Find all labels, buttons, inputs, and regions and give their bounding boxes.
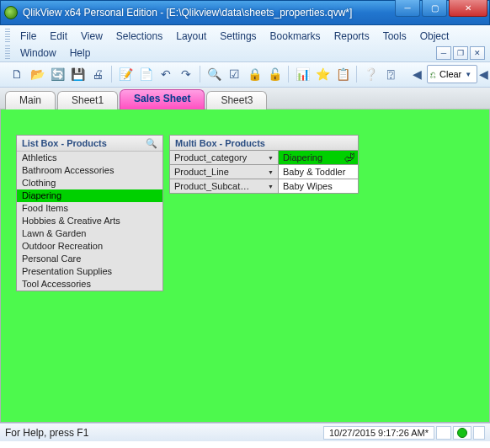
window-controls: ─ ▢ ✕ — [393, 0, 487, 17]
window-titlebar: QlikView x64 Personal Edition - [E:\Qlik… — [0, 0, 490, 25]
status-resize-grip[interactable] — [473, 426, 485, 440]
chevron-down-icon: ▼ — [268, 155, 274, 161]
toolbar-separator — [111, 66, 112, 83]
sheet-tabstrip: Main Sheet1 Sales Sheet Sheet3 — [0, 88, 490, 109]
multibox-field-label[interactable]: Product_Line ▼ — [169, 165, 279, 179]
status-datetime: 10/27/2015 9:17:26 AM* — [323, 426, 434, 440]
list-item[interactable]: Outdoor Recreation — [17, 240, 162, 253]
multibox-value[interactable]: Baby Wipes — [279, 179, 359, 194]
list-item[interactable]: Clothing — [17, 177, 162, 189]
selections-icon[interactable]: ☑ — [225, 65, 243, 83]
toolbar: 🗋 📂 🔄 💾 🖨 📝 📄 ↶ ↷ 🔍 ☑ 🔒 🔓 📊 ⭐ 📋 ❔ ⍰ ◀ ⎌ … — [0, 62, 490, 88]
save-icon[interactable]: 💾 — [68, 65, 87, 83]
sheet-canvas[interactable]: List Box - Products 🔍 Athletics Bathroom… — [0, 109, 490, 423]
list-item[interactable]: Bathroom Accessories — [17, 164, 162, 177]
qlikview-app-icon — [4, 6, 18, 19]
list-item[interactable]: Lawn & Garden — [17, 227, 162, 240]
mdi-minimize-button[interactable]: ─ — [436, 46, 451, 60]
toolbar-separator — [356, 66, 357, 83]
status-bar: For Help, press F1 10/27/2015 9:17:26 AM… — [0, 423, 490, 441]
multibox-row: Product_Line ▼ Baby & Toddler — [169, 165, 359, 179]
chart-wizard-icon[interactable]: 📊 — [293, 65, 312, 83]
multibox-row: Product_Subcat… ▼ Baby Wipes — [169, 179, 359, 194]
clear-icon: ⎌ — [430, 69, 436, 79]
clear-label: Clear — [439, 69, 461, 79]
refresh-icon[interactable]: 🔄 — [48, 65, 67, 83]
chevron-down-icon: ▼ — [268, 169, 274, 175]
menu-file[interactable]: File — [13, 28, 43, 45]
tab-main[interactable]: Main — [5, 91, 56, 109]
status-help-text: For Help, press F1 — [5, 427, 88, 439]
new-file-icon[interactable]: 🗋 — [8, 65, 26, 83]
maximize-button[interactable]: ▢ — [422, 0, 447, 17]
menu-grip-icon — [5, 45, 10, 61]
tab-sheet3[interactable]: Sheet3 — [206, 91, 267, 109]
list-item[interactable]: Athletics — [17, 152, 162, 164]
list-item[interactable]: Presentation Supplies — [17, 265, 162, 278]
menu-view[interactable]: View — [74, 28, 109, 45]
multibox-products[interactable]: Multi Box - Products Product_category ▼ … — [169, 135, 359, 194]
search-icon[interactable]: 🔍 — [205, 65, 223, 83]
menu-grip-icon — [5, 29, 10, 44]
tab-sales-sheet[interactable]: Sales Sheet — [120, 89, 205, 109]
back2-nav-icon[interactable]: ◀ — [478, 65, 489, 83]
listbox-products[interactable]: List Box - Products 🔍 Athletics Bathroom… — [16, 135, 163, 291]
close-button[interactable]: ✕ — [449, 0, 487, 17]
bookmark-icon[interactable]: ⭐ — [313, 65, 332, 83]
menu-reports[interactable]: Reports — [328, 28, 376, 45]
menu-tools[interactable]: Tools — [376, 28, 413, 45]
list-item[interactable]: Hobbies & Creative Arts — [17, 215, 162, 227]
whatsthis-icon[interactable]: ⍰ — [381, 65, 400, 83]
list-item[interactable]: Tool Accessories — [17, 278, 162, 291]
mdi-controls: ─ ❐ ✕ — [434, 46, 485, 60]
status-dot-icon — [457, 428, 467, 438]
notes-icon[interactable]: 📋 — [333, 65, 352, 83]
reload-icon[interactable]: 📄 — [136, 65, 155, 83]
cursor-icon: ⮰ — [344, 152, 354, 164]
multibox-value[interactable]: Diapering ⮰ — [279, 151, 359, 165]
menu-bar: File Edit View Selections Layout Setting… — [0, 25, 490, 62]
menu-object[interactable]: Object — [413, 28, 456, 45]
multibox-field-label[interactable]: Product_category ▼ — [169, 151, 279, 165]
back-nav-icon[interactable]: ◀ — [412, 65, 423, 83]
lock-icon[interactable]: 🔒 — [245, 65, 264, 83]
menu-bookmarks[interactable]: Bookmarks — [264, 28, 328, 45]
multibox-field-label[interactable]: Product_Subcat… ▼ — [169, 179, 279, 194]
toolbar-separator — [288, 66, 289, 83]
status-empty-well — [436, 426, 451, 440]
list-item[interactable]: Diapering — [17, 189, 162, 202]
tab-sheet1[interactable]: Sheet1 — [57, 91, 118, 109]
minimize-button[interactable]: ─ — [395, 0, 420, 17]
toolbar-separator — [200, 66, 200, 83]
menu-edit[interactable]: Edit — [43, 28, 74, 45]
undo-icon[interactable]: ↶ — [157, 65, 175, 83]
status-indicator — [453, 426, 471, 440]
menu-settings[interactable]: Settings — [213, 28, 263, 45]
list-item[interactable]: Personal Care — [17, 253, 162, 265]
unlock-icon[interactable]: 🔓 — [265, 65, 284, 83]
edit-script-icon[interactable]: 📝 — [116, 65, 135, 83]
list-item[interactable]: Food Items — [17, 202, 162, 215]
menu-window[interactable]: Window — [13, 45, 63, 61]
redo-icon[interactable]: ↷ — [177, 65, 195, 83]
search-icon[interactable]: 🔍 — [146, 138, 157, 149]
mdi-restore-button[interactable]: ❐ — [453, 46, 468, 60]
menu-help[interactable]: Help — [63, 45, 98, 61]
multibox-row: Product_category ▼ Diapering ⮰ — [169, 151, 359, 165]
clear-selections-button[interactable]: ⎌ Clear ▼ — [427, 65, 477, 83]
menu-selections[interactable]: Selections — [109, 28, 169, 45]
multibox-title[interactable]: Multi Box - Products — [169, 135, 359, 151]
listbox-title[interactable]: List Box - Products 🔍 — [17, 136, 162, 152]
mdi-close-button[interactable]: ✕ — [470, 46, 485, 60]
dropdown-arrow-icon: ▼ — [465, 71, 471, 78]
menu-layout[interactable]: Layout — [169, 28, 213, 45]
help-icon[interactable]: ❔ — [361, 65, 380, 83]
open-file-icon[interactable]: 📂 — [28, 65, 46, 83]
print-icon[interactable]: 🖨 — [88, 65, 107, 83]
chevron-down-icon: ▼ — [268, 184, 274, 189]
multibox-value[interactable]: Baby & Toddler — [279, 165, 359, 179]
